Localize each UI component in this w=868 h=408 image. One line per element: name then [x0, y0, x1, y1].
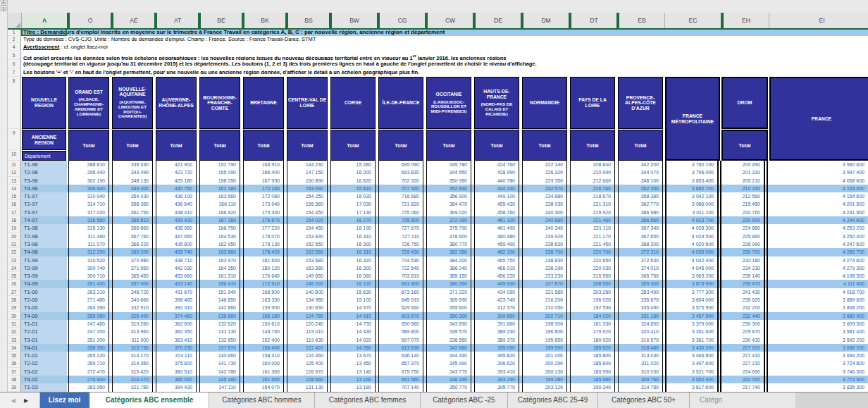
cell[interactable]: 325 490: [112, 312, 153, 320]
row-header-28[interactable]: 28: [7, 296, 21, 304]
row-header-6[interactable]: 6: [7, 60, 21, 68]
cell[interactable]: 442 030: [156, 264, 197, 272]
cell[interactable]: 16 310: [330, 248, 376, 256]
row-header-37[interactable]: 37: [7, 368, 21, 376]
cell[interactable]: 357 000: [112, 280, 153, 288]
row-label-cell[interactable]: T1-00: [21, 288, 67, 296]
cell[interactable]: 318 480: [618, 344, 663, 352]
cell[interactable]: 3 892 700: [665, 185, 719, 192]
cell[interactable]: 3 592 200: [767, 336, 868, 344]
cell[interactable]: 152 550: [287, 240, 328, 248]
cell[interactable]: 354 430: [112, 192, 153, 200]
cell[interactable]: 460 480: [474, 233, 519, 240]
cell[interactable]: 370 980: [112, 256, 153, 264]
cell[interactable]: 212 560: [720, 192, 765, 200]
cell[interactable]: 314 170: [112, 352, 153, 359]
cell[interactable]: 208 840: [570, 161, 615, 168]
cell[interactable]: 367 340: [618, 224, 663, 232]
row-label-cell[interactable]: T2-98: [21, 233, 67, 240]
cell[interactable]: 14 910: [330, 312, 376, 320]
row-label-cell[interactable]: T1-96: [21, 161, 67, 168]
tab-cat-gories-abc-ensemble[interactable]: Catégories ABC ensemble: [89, 392, 209, 408]
cell[interactable]: 348 130: [112, 177, 153, 185]
cell[interactable]: 4 111 400: [767, 280, 868, 288]
cell[interactable]: 310 030: [618, 368, 663, 376]
cell[interactable]: 365 450: [112, 272, 153, 280]
cell[interactable]: 232 200: [720, 304, 765, 311]
region-header-CW[interactable]: OCCITANIE(LANGUEDOC-ROUSSILLON ET MIDI-P…: [426, 77, 471, 129]
cell[interactable]: 335 490: [618, 304, 663, 311]
cell[interactable]: 313 030: [618, 352, 663, 359]
row-header-17[interactable]: 17: [7, 209, 21, 216]
cell[interactable]: 375 800: [156, 359, 197, 367]
cell[interactable]: 14 260: [330, 344, 376, 352]
cell[interactable]: 153 830: [287, 233, 328, 240]
region-total-BE[interactable]: Total: [199, 130, 240, 161]
cell[interactable]: 332 910: [112, 304, 153, 311]
cell[interactable]: 344 550: [426, 168, 471, 176]
cell[interactable]: 340 660: [112, 296, 153, 304]
cell[interactable]: 203 120: [522, 383, 567, 391]
cell[interactable]: 343 890: [426, 320, 471, 328]
cell[interactable]: 393 290: [474, 376, 519, 383]
cell[interactable]: 164 350: [199, 264, 240, 272]
cell[interactable]: 4 028 300: [665, 224, 719, 232]
cell[interactable]: 163 660: [199, 192, 240, 200]
cell[interactable]: 238 030: [522, 200, 567, 208]
cell[interactable]: 3 457 500: [665, 312, 719, 320]
cell[interactable]: 629 660: [378, 304, 423, 311]
outline-level-button-2[interactable]: 2: [1, 0, 6, 4]
cell[interactable]: 314 710: [68, 200, 109, 208]
cell[interactable]: 310 520: [68, 256, 109, 264]
cell[interactable]: 240 340: [522, 224, 567, 232]
cell[interactable]: 455 430: [474, 200, 519, 208]
cell[interactable]: 603 670: [378, 312, 423, 320]
cell[interactable]: 241 430: [720, 288, 765, 296]
region-header-DE[interactable]: HAUTS-DE-FRANCE(NORD-PAS DE CALAIS ET PI…: [474, 77, 519, 129]
cell[interactable]: 722 540: [378, 264, 423, 272]
cell[interactable]: 238 790: [522, 248, 567, 256]
cell[interactable]: 288 810: [68, 161, 109, 168]
region-header-BK[interactable]: BRETAGNE: [243, 77, 284, 129]
cell[interactable]: 16 320: [330, 256, 376, 264]
cell[interactable]: 179 920: [570, 328, 615, 335]
cell[interactable]: 348 720: [112, 288, 153, 296]
cell[interactable]: 221 170: [570, 233, 615, 240]
cell[interactable]: 425 180: [156, 177, 197, 185]
cell[interactable]: 153 380: [287, 264, 328, 272]
column-header-BW[interactable]: BW: [329, 13, 377, 28]
cell[interactable]: 428 990: [474, 168, 519, 176]
column-header-AE[interactable]: AE: [111, 13, 154, 28]
cell[interactable]: 17 130: [330, 209, 376, 216]
cell[interactable]: 366 560: [618, 216, 663, 224]
info-row-7[interactable]: Les boutons '+' et '-' en haut de l'ongl…: [21, 68, 868, 77]
cell[interactable]: 269 710: [68, 359, 109, 367]
region-total-BK[interactable]: Total: [243, 130, 284, 161]
cell[interactable]: 721 820: [378, 200, 423, 208]
cell[interactable]: 385 150: [426, 272, 471, 280]
cell[interactable]: 703 810: [378, 272, 423, 280]
column-header-EB[interactable]: EB: [616, 13, 664, 28]
cell[interactable]: 145 160: [199, 376, 240, 383]
cell[interactable]: 729 430: [378, 248, 423, 256]
cell[interactable]: 163 970: [199, 256, 240, 264]
cell[interactable]: 13 160: [330, 376, 376, 383]
cell[interactable]: 312 290: [68, 248, 109, 256]
row-label-cell[interactable]: T1-98: [21, 224, 67, 232]
cell[interactable]: 702 320: [378, 177, 423, 185]
cell[interactable]: 589 800: [378, 328, 423, 335]
cell[interactable]: 435 800: [156, 240, 197, 248]
cell[interactable]: 238 290: [522, 264, 567, 272]
region-header-EC[interactable]: FRANCE MÉTROPOLITAINE: [665, 77, 720, 161]
cell[interactable]: 368 220: [112, 240, 153, 248]
cell[interactable]: 3 796 000: [665, 168, 719, 176]
cell[interactable]: 456 220: [474, 272, 519, 280]
row-header-27[interactable]: 27: [7, 288, 21, 296]
cell[interactable]: 358 380: [112, 200, 153, 208]
cell[interactable]: 13 180: [330, 383, 376, 391]
region-total-DM[interactable]: Total: [522, 130, 567, 161]
cell[interactable]: 155 180: [243, 312, 284, 320]
cell[interactable]: 361 750: [112, 209, 153, 216]
cell[interactable]: 440 780: [474, 177, 519, 185]
row-header-26[interactable]: 26: [7, 280, 21, 288]
